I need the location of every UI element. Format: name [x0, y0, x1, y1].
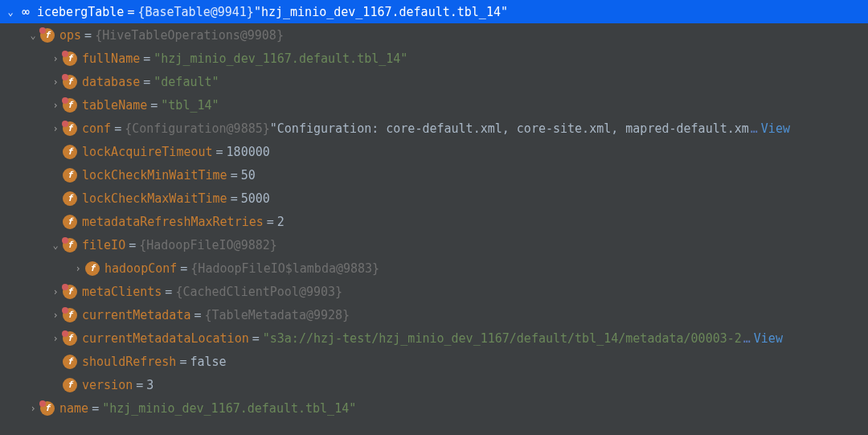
field-icon: f [40, 401, 55, 416]
equals-sign: = [114, 121, 121, 136]
expand-icon[interactable]: ⌄ [48, 240, 63, 251]
equals-sign: = [129, 238, 136, 252]
view-link[interactable]: View [761, 121, 790, 136]
tree-node-metaClients[interactable]: ›fmetaClients={CachedClientPool@9903} [0, 280, 868, 303]
field-icon: f [63, 215, 77, 229]
collapse-icon[interactable]: › [48, 76, 63, 88]
object-reference: {HadoopFileIO@9882} [139, 238, 277, 252]
variable-name: tableName [82, 98, 147, 113]
equals-sign: = [136, 378, 143, 392]
field-icon: f [63, 98, 77, 113]
variable-name: name [59, 401, 88, 416]
collapse-icon[interactable]: › [48, 333, 63, 344]
variable-value: "hzj_minio_dev_1167.default.tbl_14" [102, 401, 356, 416]
expand-icon[interactable]: ⌄ [26, 30, 40, 41]
variable-name: shouldRefresh [82, 355, 176, 369]
view-link[interactable]: View [754, 331, 783, 346]
variable-name: fullName [82, 51, 140, 66]
expand-icon[interactable]: ⌄ [3, 6, 18, 18]
field-icon: f [63, 145, 77, 159]
variable-value: "tbl_14" [161, 98, 219, 113]
equals-sign: = [194, 308, 201, 322]
variable-name: conf [82, 121, 111, 136]
variable-name: metadataRefreshMaxRetries [82, 215, 264, 229]
collapse-icon[interactable]: › [48, 100, 63, 111]
ellipsis-icon: … [751, 121, 758, 136]
variable-value: "hzj_minio_dev_1167.default.tbl_14" [254, 5, 508, 19]
equals-sign: = [231, 191, 238, 206]
equals-sign: = [150, 98, 158, 113]
field-icon: f [63, 75, 77, 89]
variable-value: 5000 [241, 191, 270, 206]
tree-node-icebergTable[interactable]: ⌄∞icebergTable={BaseTable@9941} "hzj_min… [0, 0, 868, 23]
equals-sign: = [127, 5, 134, 19]
variable-value: "default" [154, 75, 219, 89]
tree-node-ops[interactable]: ⌄fops={HiveTableOperations@9908} [0, 23, 868, 47]
tree-node-fileIO[interactable]: ⌄ffileIO={HadoopFileIO@9882} [0, 233, 868, 256]
tree-node-fullName[interactable]: ›ffullName="hzj_minio_dev_1167.default.t… [0, 47, 868, 70]
equals-sign: = [216, 145, 223, 159]
object-reference: {CachedClientPool@9903} [175, 285, 342, 299]
debugger-variable-tree[interactable]: ⌄∞icebergTable={BaseTable@9941} "hzj_min… [0, 0, 868, 420]
variable-name: version [82, 378, 133, 392]
equals-sign: = [92, 401, 99, 416]
collapse-icon[interactable]: › [48, 286, 63, 298]
variable-name: lockCheckMaxWaitTime [82, 191, 227, 206]
tree-node-currentMetadata[interactable]: ›fcurrentMetadata={TableMetadata@9928} [0, 303, 868, 326]
tree-node-currentMetadataLocation[interactable]: ›fcurrentMetadataLocation="s3a://hzj-tes… [0, 326, 868, 350]
field-icon: f [63, 168, 77, 183]
field-icon: f [63, 331, 77, 346]
tree-node-lockAcquireTimeout[interactable]: flockAcquireTimeout=180000 [0, 140, 868, 163]
field-icon: f [63, 191, 77, 206]
collapse-icon[interactable]: › [48, 123, 63, 134]
variable-name: icebergTable [37, 5, 124, 19]
field-icon: f [40, 28, 55, 43]
field-icon: f [63, 355, 77, 369]
tree-node-name[interactable]: ›fname="hzj_minio_dev_1167.default.tbl_1… [0, 396, 868, 420]
equals-sign: = [252, 331, 260, 346]
object-reference: {HiveTableOperations@9908} [95, 28, 284, 43]
variable-value: false [190, 355, 226, 369]
collapse-icon[interactable]: › [48, 310, 63, 321]
tree-node-lockCheckMinWaitTime[interactable]: flockCheckMinWaitTime=50 [0, 163, 868, 187]
ellipsis-icon: … [743, 331, 751, 346]
tree-node-version[interactable]: fversion=3 [0, 373, 868, 396]
variable-name: metaClients [82, 285, 162, 299]
tree-node-metadataRefreshMaxRetries[interactable]: fmetadataRefreshMaxRetries=2 [0, 210, 868, 233]
variable-name: database [82, 75, 140, 89]
collapse-icon[interactable]: › [26, 403, 40, 414]
collapse-icon[interactable]: › [71, 263, 85, 274]
variable-name: currentMetadata [82, 308, 190, 322]
object-reference: {BaseTable@9941} [137, 5, 254, 19]
equals-sign: = [180, 261, 187, 276]
equals-sign: = [143, 51, 150, 66]
equals-sign: = [165, 285, 172, 299]
field-icon: f [63, 378, 77, 392]
tree-node-database[interactable]: ›fdatabase="default" [0, 70, 868, 93]
collapse-icon[interactable]: › [48, 53, 63, 64]
variable-name: lockAcquireTimeout [82, 145, 213, 159]
field-icon: f [63, 51, 77, 66]
tree-node-hadoopConf[interactable]: ›fhadoopConf={HadoopFileIO$lambda@9883} [0, 256, 868, 280]
equals-sign: = [84, 28, 92, 43]
tree-node-shouldRefresh[interactable]: fshouldRefresh=false [0, 350, 868, 373]
tree-node-tableName[interactable]: ›ftableName="tbl_14" [0, 93, 868, 117]
field-icon: f [63, 121, 77, 136]
object-reference: {Configuration@9885} [125, 121, 270, 136]
variable-value: 3 [146, 378, 154, 392]
variable-value: "Configuration: core-default.xml, core-s… [270, 121, 749, 136]
variable-name: lockCheckMinWaitTime [82, 168, 227, 183]
tree-node-lockCheckMaxWaitTime[interactable]: flockCheckMaxWaitTime=5000 [0, 187, 868, 210]
object-reference: {TableMetadata@9928} [205, 308, 350, 322]
variable-value: 2 [277, 215, 285, 229]
variable-value: 50 [241, 168, 256, 183]
field-icon: f [63, 285, 77, 299]
tree-node-conf[interactable]: ›fconf={Configuration@9885} "Configurati… [0, 117, 868, 140]
field-icon: f [63, 238, 77, 252]
object-reference: {HadoopFileIO$lambda@9883} [190, 261, 379, 276]
field-icon: f [85, 261, 100, 276]
variable-name: hadoopConf [104, 261, 177, 276]
infinity-icon: ∞ [18, 4, 34, 19]
variable-value: "hzj_minio_dev_1167.default.tbl_14" [154, 51, 407, 66]
field-icon: f [63, 308, 77, 322]
